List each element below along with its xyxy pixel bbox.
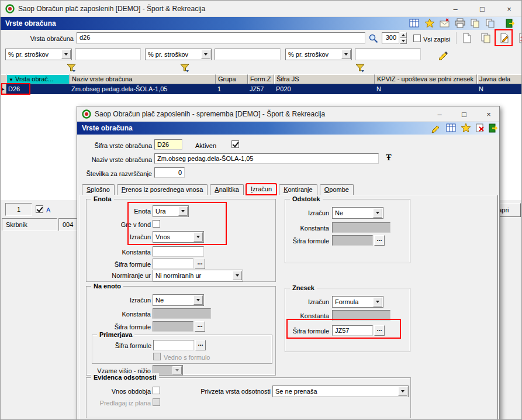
formula-input[interactable]: JZ57 xyxy=(332,325,373,336)
column-header-javnadela[interactable]: Javna dela xyxy=(477,74,522,84)
table-cell-formz[interactable]: JZ57 xyxy=(248,84,274,94)
formula-label: Šifra formule xyxy=(87,260,151,268)
search-input[interactable]: d26 xyxy=(77,32,365,44)
tab-prenos[interactable]: Prenos iz posrednega vnosa xyxy=(117,184,208,195)
chevron-down-icon[interactable] xyxy=(193,295,203,305)
chevron-down-icon[interactable] xyxy=(193,232,203,242)
tab-splosno[interactable]: Splošno xyxy=(82,184,115,195)
code-input[interactable]: D26 xyxy=(154,139,182,150)
cmp-formula-browse-button[interactable]: ... xyxy=(195,340,206,350)
chevron-down-icon[interactable] xyxy=(341,50,351,59)
cancel-book-icon[interactable] xyxy=(475,122,486,134)
export-mail-icon[interactable] xyxy=(439,18,451,29)
calc-select[interactable]: Ne xyxy=(153,294,204,306)
maximize-icon[interactable]: □ xyxy=(452,106,476,122)
filter-funnel-icon[interactable] xyxy=(66,63,77,73)
table-cell-sifrajs[interactable]: P020 xyxy=(274,84,375,94)
tab-kontiranje[interactable]: Kontiranje xyxy=(279,184,317,195)
exit-book-icon[interactable] xyxy=(504,18,516,29)
favorites-star-icon[interactable] xyxy=(460,122,472,134)
new-record-icon[interactable] xyxy=(460,31,474,45)
column-header-grupa[interactable]: Grupa xyxy=(216,74,248,84)
copy-record-icon[interactable] xyxy=(479,31,493,45)
maximize-icon[interactable]: □ xyxy=(469,1,496,17)
period-entry-label: Vnos obdobja xyxy=(87,387,151,395)
const-input[interactable] xyxy=(153,246,204,257)
filter-select-3[interactable]: % pr. stroškov xyxy=(285,49,352,60)
filter-input-1[interactable] xyxy=(75,49,141,60)
limit-down-icon[interactable] xyxy=(400,38,407,44)
tab-opombe[interactable]: Opombe xyxy=(320,184,354,195)
edit-pencil-icon[interactable] xyxy=(430,122,442,134)
column-header-formz[interactable]: Form.Z xyxy=(248,74,274,84)
close-icon[interactable]: × xyxy=(496,1,522,17)
sort-desc-icon: ▼ xyxy=(9,77,13,82)
quick-filter-pencil-icon[interactable] xyxy=(438,49,450,61)
table-cell-naziv[interactable]: Zm.obseg pedag.dela-ŠOLA-1,05 xyxy=(70,84,216,94)
filter-input-3[interactable] xyxy=(355,49,421,60)
table-cell-javnadela[interactable]: N xyxy=(477,84,522,94)
unit-select[interactable]: Ura xyxy=(153,205,189,217)
delete-record-icon[interactable] xyxy=(516,31,522,45)
sort-order-input[interactable]: 0 xyxy=(154,167,185,178)
font-icon[interactable]: Ŧ xyxy=(383,153,394,164)
table-icon[interactable] xyxy=(445,122,457,134)
fund-checkbox[interactable] xyxy=(153,220,160,228)
norm-select[interactable]: Ni normiranih ur xyxy=(153,270,243,281)
cmp-formula-input[interactable] xyxy=(153,340,194,350)
minimize-icon[interactable]: – xyxy=(428,106,451,122)
chevron-down-icon[interactable] xyxy=(373,208,382,218)
calc-select[interactable]: Formula xyxy=(332,296,383,308)
tab-izracun[interactable]: Izračun xyxy=(246,184,276,195)
const-label: Konstanta xyxy=(87,310,151,318)
search-icon[interactable] xyxy=(368,33,379,44)
formula-browse-button[interactable]: ... xyxy=(195,321,205,332)
column-header-naziv[interactable]: Naziv vrste obračuna xyxy=(70,74,216,84)
name-input[interactable]: Zm.obseg pedag.dela-ŠOLA-1,05 xyxy=(154,153,379,164)
chevron-down-icon[interactable] xyxy=(398,387,407,396)
exit-book-icon[interactable] xyxy=(488,122,499,134)
table-icon[interactable] xyxy=(409,18,420,29)
filter-funnel-icon[interactable] xyxy=(355,63,365,73)
chevron-down-icon[interactable] xyxy=(61,50,71,59)
record-limit-input[interactable]: 300 xyxy=(382,32,399,44)
limit-up-icon[interactable] xyxy=(400,32,407,38)
print-icon[interactable] xyxy=(454,18,466,29)
active-checkbox[interactable] xyxy=(231,140,239,148)
chevron-down-icon[interactable] xyxy=(373,297,382,307)
chevron-down-icon[interactable] xyxy=(178,206,188,216)
table-cell-kpviz[interactable]: N xyxy=(375,84,477,94)
filter-input-2[interactable] xyxy=(215,49,281,60)
copy-icon[interactable] xyxy=(469,18,481,29)
table-cell-grupa[interactable]: 1 xyxy=(216,84,248,94)
chevron-down-icon[interactable] xyxy=(233,271,242,280)
filter-select-1[interactable]: % pr. stroškov xyxy=(5,49,72,60)
all-records-checkbox[interactable] xyxy=(413,35,421,42)
calc-label: Izračun xyxy=(87,233,151,241)
calc-select[interactable]: Vnos xyxy=(153,231,204,243)
formula-input[interactable] xyxy=(153,259,193,269)
formula-input xyxy=(153,321,193,332)
filter-select-2[interactable]: % pr. stroškov xyxy=(145,49,212,60)
calc-select[interactable]: Ne xyxy=(332,207,383,219)
unit-label: Enota xyxy=(87,207,151,215)
column-header-sifrajs[interactable]: Šifra JS xyxy=(274,74,375,84)
edit-record-icon[interactable] xyxy=(497,31,511,45)
paste-icon[interactable] xyxy=(485,18,496,29)
column-header-vrsta[interactable]: ▼ Vrsta obrač... xyxy=(6,74,70,84)
filter-funnel-icon[interactable] xyxy=(179,63,190,73)
chevron-down-icon[interactable] xyxy=(201,50,210,59)
formula-browse-button[interactable]: ... xyxy=(374,235,385,246)
group-znesek: Znesek Izračun Formula Konstanta Šifra f… xyxy=(285,288,410,352)
bottom-filter-checkbox[interactable] xyxy=(36,205,43,213)
minimize-icon[interactable]: – xyxy=(442,1,469,17)
formula-browse-button[interactable]: ... xyxy=(195,259,205,269)
table-cell-vrsta[interactable]: D26 xyxy=(6,84,70,94)
favorites-star-icon[interactable] xyxy=(424,18,435,29)
column-header-kpviz[interactable]: KPVIZ - upošteva se polni znesek xyxy=(375,74,477,84)
tab-analitika[interactable]: Analitika xyxy=(210,184,244,195)
period-entry-checkbox[interactable] xyxy=(153,387,160,394)
close-icon[interactable]: × xyxy=(477,106,500,122)
formula-browse-button[interactable]: ... xyxy=(374,325,385,336)
default-absence-select[interactable]: Se ne prenaša xyxy=(272,385,409,397)
